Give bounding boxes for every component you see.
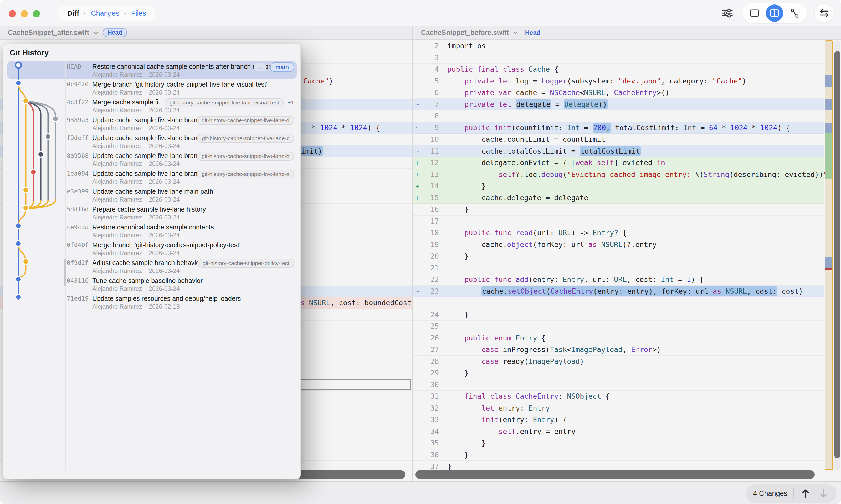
diff-map-segment <box>825 257 832 268</box>
code-line: +12 delegate.onEvict = { [weak self] evi… <box>413 157 824 169</box>
commit-date: 2026-03-24 <box>149 125 180 131</box>
diff-map-segment <box>825 123 832 133</box>
commit-message: Prepare cache sample five-lane history <box>92 205 206 213</box>
commit-row-1ea094[interactable]: 1ea094Update cache sample five-lane bran… <box>7 168 297 186</box>
main-branch-badge[interactable]: main <box>270 62 294 72</box>
code-line: ~7 private let delegate = Delegate() <box>413 99 824 110</box>
code-line: ~9 public init(countLimit: Int = 200, to… <box>413 122 824 134</box>
diff-word-highlight: totalCostLimit <box>580 146 641 156</box>
right-code-area: 2import os34public final class Cache {5 … <box>413 40 841 481</box>
commit-badges: ...main <box>254 62 294 72</box>
commit-date: 2026-02-18 <box>149 303 180 310</box>
git-history-title: Git History <box>10 49 49 57</box>
commit-hash: f9deff <box>67 134 89 141</box>
code-line: 3 <box>413 52 824 64</box>
right-file-selector[interactable]: CacheSnippet_before.swift <box>421 29 509 37</box>
commit-hash: 4c3f22 <box>67 99 89 106</box>
code-line: 22 public func add(entry: Entry, url: UR… <box>413 274 824 286</box>
commit-meta: Alejandro Ramirez2026-03-24 <box>92 250 180 257</box>
commit-author: Alejandro Ramirez <box>92 268 142 274</box>
commit-graph-icon[interactable] <box>786 4 803 22</box>
commit-row-HEAD[interactable]: HEADRestore canonical cache sample conte… <box>7 61 297 79</box>
commit-row-71ed19[interactable]: 71ed19Update samples resources and debug… <box>7 293 297 311</box>
split-pane-icon[interactable] <box>766 4 783 22</box>
commit-hash: ce9c3a <box>67 224 89 231</box>
commit-row-0f9d2f[interactable]: 0f9d2fAdjust cache sample branch behavio… <box>7 257 297 275</box>
close-window-button[interactable] <box>9 10 16 17</box>
commit-date: 2026-03-24 <box>149 268 180 274</box>
commit-author: Alejandro Ramirez <box>92 89 142 96</box>
more-branches-label: +1 <box>288 99 294 106</box>
commit-message: Merge cache sample fi… <box>92 98 165 106</box>
commit-author: Alejandro Ramirez <box>92 285 142 292</box>
commit-author: Alejandro Ramirez <box>92 107 142 114</box>
commit-row-8a9568[interactable]: 8a9568Update cache sample five-lane bran… <box>7 150 297 168</box>
commit-message: Merge branch 'git-history-cache-snippet-… <box>92 241 240 249</box>
commit-row-0f040f[interactable]: 0f040fMerge branch 'git-history-cache-sn… <box>7 240 297 257</box>
commit-row-f9deff[interactable]: f9deffUpdate cache sample five-lane bran… <box>7 132 297 150</box>
commit-row-9389a3[interactable]: 9389a3Update cache sample five-lane bran… <box>7 115 297 132</box>
titlebar: Diff · Changes · Files <box>0 0 841 26</box>
filter-sliders-icon[interactable] <box>721 6 734 20</box>
commit-meta: Alejandro Ramirez2026-03-24 <box>92 285 180 292</box>
code-line: 5 private let log = Logger(subsystem: "d… <box>413 75 824 87</box>
code-spacer-row <box>413 297 824 309</box>
left-head-badge: Head <box>103 28 127 37</box>
previous-change-button[interactable] <box>800 487 811 500</box>
app-window: Diff · Changes · Files <box>0 0 841 504</box>
commit-badges: git-history-cache-snippet-five-lane-visu… <box>165 98 294 107</box>
commit-message: Update samples resources and debug/help … <box>92 295 241 302</box>
commit-row-ce9c3a[interactable]: ce9c3aRestore canonical cache sample con… <box>7 222 297 240</box>
commit-author: Alejandro Ramirez <box>92 71 142 78</box>
commit-meta: Alejandro Ramirez2026-03-24 <box>92 160 180 167</box>
diff-word-highlight: delegate <box>516 100 551 109</box>
code-line: 29 } <box>413 367 824 379</box>
diff-word-highlight: imit) <box>301 146 323 156</box>
tab-changes[interactable]: Changes <box>91 10 119 18</box>
code-line: 19 cache.object(forKey: url as NSURL)?.e… <box>413 239 824 251</box>
tab-files[interactable]: Files <box>131 10 146 18</box>
code-line: 28 case ready(ImagePayload) <box>413 356 824 367</box>
swap-sides-icon[interactable] <box>815 4 834 22</box>
commit-message: Update cache sample five-lane branc… <box>92 116 207 124</box>
view-switcher: Diff · Changes · Files <box>58 5 155 21</box>
right-horizontal-scrollbar[interactable] <box>415 470 815 479</box>
commit-meta: Alejandro Ramirez2026-03-24 <box>92 268 180 274</box>
commit-hash: 9389a3 <box>67 116 89 123</box>
commit-hash: 0f040f <box>67 241 89 248</box>
single-pane-icon[interactable] <box>746 4 763 22</box>
commit-badges: git-history-cache-snippet-five-lane-c <box>197 134 294 143</box>
next-change-button[interactable] <box>817 487 829 500</box>
commit-row-4c3f22[interactable]: 4c3f22Merge cache sample fi…Alejandro Ra… <box>7 97 297 115</box>
commit-date: 2026-03-24 <box>149 232 180 239</box>
commit-message: Restore canonical cache sample contents <box>92 223 214 231</box>
diff-map-segment <box>825 268 832 270</box>
commit-author: Alejandro Ramirez <box>92 160 142 167</box>
right-file-header: CacheSnippet_before.swift Head <box>413 26 841 40</box>
code-line: 4public final class Cache { <box>413 64 824 75</box>
commit-row-043116[interactable]: 043116Tune cache sample baseline behavio… <box>7 275 297 293</box>
commit-actions-button[interactable]: ... <box>254 63 266 71</box>
commit-author: Alejandro Ramirez <box>92 125 142 131</box>
commit-row-5ddfbd[interactable]: 5ddfbdPrepare cache sample five-lane his… <box>7 204 297 222</box>
commit-date: 2026-03-24 <box>149 285 180 292</box>
layout-segmented-control <box>742 3 807 23</box>
right-vertical-scrollbar[interactable] <box>834 51 840 458</box>
commit-date: 2026-03-24 <box>149 250 180 256</box>
code-line: 35 } <box>413 437 824 449</box>
minimize-window-button[interactable] <box>21 10 28 17</box>
code-line: 30 <box>413 379 824 391</box>
commit-list-scrollbar[interactable] <box>64 259 67 286</box>
commit-author: Alejandro Ramirez <box>92 232 142 239</box>
commit-message: Merge branch 'git-history-cache-snippet-… <box>92 80 268 88</box>
tab-diff[interactable]: Diff <box>67 10 79 18</box>
zoom-window-button[interactable] <box>33 10 40 17</box>
commit-row-e3e399[interactable]: e3e399Update cache sample five-lane main… <box>7 186 297 204</box>
left-file-selector[interactable]: CacheSnippet_after.swift <box>8 29 89 37</box>
commit-row-0c9420[interactable]: 0c9420Merge branch 'git-history-cache-sn… <box>7 79 297 97</box>
branch-badge: git-history-cache-snippet-five-lane-d <box>197 116 294 125</box>
changes-count-label: 4 Changes <box>753 489 787 498</box>
diff-overview-map[interactable] <box>825 40 833 470</box>
toolbar <box>721 3 834 24</box>
code-line: 20 } <box>413 250 824 262</box>
